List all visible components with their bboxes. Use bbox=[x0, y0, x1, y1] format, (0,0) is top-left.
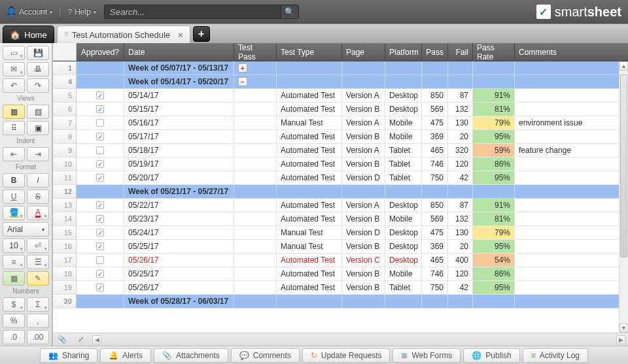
cell-rate[interactable]: 81% bbox=[473, 103, 515, 116]
row-number[interactable]: 12 bbox=[53, 185, 77, 199]
cell-platform[interactable]: Mobile bbox=[385, 130, 422, 144]
cell-platform[interactable]: Desktop bbox=[385, 240, 422, 254]
row-number[interactable]: 13 bbox=[53, 199, 77, 212]
col-testpass[interactable]: Test Pass bbox=[234, 43, 277, 61]
bold-button[interactable]: B bbox=[3, 173, 25, 188]
checkbox-icon[interactable] bbox=[96, 119, 104, 127]
cell-fail[interactable]: 132 bbox=[448, 212, 473, 226]
cell-date[interactable]: 05/25/17 bbox=[124, 267, 234, 281]
scroll-thumb[interactable] bbox=[620, 74, 627, 257]
checkbox-icon[interactable]: ✓ bbox=[96, 160, 104, 168]
table-row[interactable]: 10✓05/19/17Automated TestVersion BTablet… bbox=[53, 157, 628, 171]
sharing-tab[interactable]: 👥Sharing bbox=[40, 348, 97, 363]
cell-date[interactable]: Week of 05/28/17 - 06/03/17 bbox=[124, 295, 234, 308]
cell-rate[interactable]: 59% bbox=[473, 144, 515, 157]
cell-pass[interactable]: 750 bbox=[422, 281, 448, 295]
cell-testtype[interactable]: Automated Test bbox=[277, 144, 342, 157]
cell-testtype[interactable] bbox=[277, 185, 342, 199]
cell-platform[interactable]: Mobile bbox=[385, 212, 422, 226]
cell-approved[interactable]: ✓ bbox=[77, 103, 124, 116]
col-page[interactable]: Page bbox=[342, 43, 385, 61]
cell-platform[interactable] bbox=[385, 61, 422, 75]
cell-platform[interactable]: Desktop bbox=[385, 226, 422, 240]
cell-rate[interactable]: 86% bbox=[473, 267, 515, 281]
cell-approved[interactable] bbox=[77, 185, 124, 199]
card-view-button[interactable]: ⠿ bbox=[3, 121, 25, 135]
table-row[interactable]: 19✓05/26/17Automated TestVersion BTablet… bbox=[53, 281, 628, 295]
cell-testtype[interactable]: Manual Test bbox=[277, 226, 342, 240]
horizontal-scrollbar[interactable]: ◀ ▶ bbox=[92, 335, 625, 344]
cell-testtype[interactable]: Automated Test bbox=[277, 171, 342, 185]
cell-testtype[interactable]: Automated Test bbox=[277, 89, 342, 103]
updates-tab[interactable]: ↻Update Requests bbox=[302, 348, 391, 363]
cell-fail[interactable] bbox=[448, 295, 473, 308]
italic-button[interactable]: I bbox=[27, 173, 49, 188]
cell-testpass[interactable]: + bbox=[234, 61, 277, 75]
cell-platform[interactable]: Desktop bbox=[385, 199, 422, 212]
cell-rate[interactable]: 79% bbox=[473, 226, 515, 240]
strike-button[interactable]: S bbox=[27, 190, 49, 204]
table-row[interactable]: 15✓05/24/17Manual TestVersion DDesktop47… bbox=[53, 226, 628, 240]
cell-page[interactable]: Version D bbox=[342, 171, 385, 185]
cell-fail[interactable]: 42 bbox=[448, 171, 473, 185]
row-number[interactable]: 6 bbox=[53, 103, 77, 116]
undo-button[interactable]: ↶ bbox=[3, 78, 25, 93]
cell-comments[interactable]: feature change bbox=[515, 144, 628, 157]
cell-platform[interactable] bbox=[385, 75, 422, 89]
highlight-button[interactable]: ✎ bbox=[27, 271, 49, 286]
table-row[interactable]: 5✓05/14/17Automated TestVersion ADesktop… bbox=[53, 89, 628, 103]
table-row[interactable]: 18✓05/25/17Automated TestVersion BMobile… bbox=[53, 267, 628, 281]
cell-testpass[interactable] bbox=[234, 89, 277, 103]
row-number[interactable]: 10 bbox=[53, 157, 77, 171]
checkbox-icon[interactable] bbox=[96, 146, 104, 154]
cell-page[interactable] bbox=[342, 295, 385, 308]
thousands-button[interactable]: , bbox=[27, 314, 49, 328]
cell-comments[interactable] bbox=[515, 185, 628, 199]
expand-button[interactable]: ⤢ bbox=[73, 335, 88, 345]
cell-page[interactable]: Version A bbox=[342, 144, 385, 157]
col-comments[interactable]: Comments bbox=[515, 43, 628, 61]
home-tab[interactable]: 🏠 Home bbox=[3, 25, 54, 43]
decimal-dec-button[interactable]: .0 bbox=[3, 330, 25, 344]
cell-approved[interactable]: ✓ bbox=[77, 199, 124, 212]
cell-testtype[interactable] bbox=[277, 61, 342, 75]
close-icon[interactable]: × bbox=[178, 30, 183, 40]
vertical-scrollbar[interactable]: ▲ ▼ bbox=[619, 61, 628, 333]
cell-comments[interactable] bbox=[515, 130, 628, 144]
cell-page[interactable]: Version A bbox=[342, 199, 385, 212]
cell-comments[interactable] bbox=[515, 240, 628, 254]
redo-button[interactable]: ↷ bbox=[27, 78, 49, 93]
cell-approved[interactable]: ✓ bbox=[77, 212, 124, 226]
cell-testpass[interactable] bbox=[234, 240, 277, 254]
cell-pass[interactable] bbox=[422, 75, 448, 89]
cell-page[interactable]: Version B bbox=[342, 212, 385, 226]
row-number[interactable]: 1 bbox=[53, 61, 77, 75]
cell-pass[interactable]: 475 bbox=[422, 116, 448, 130]
table-row[interactable]: 8✓05/17/17Automated TestVersion BMobile3… bbox=[53, 130, 628, 144]
align-h-button[interactable]: ≡▾ bbox=[3, 255, 25, 269]
cell-platform[interactable]: Mobile bbox=[385, 116, 422, 130]
checkbox-icon[interactable]: ✓ bbox=[96, 270, 104, 278]
cell-rate[interactable]: 91% bbox=[473, 199, 515, 212]
cell-approved[interactable]: ✓ bbox=[77, 240, 124, 254]
row-number[interactable]: 7 bbox=[53, 116, 77, 130]
cell-testpass[interactable] bbox=[234, 212, 277, 226]
cell-platform[interactable]: Mobile bbox=[385, 267, 422, 281]
cell-testtype[interactable]: Manual Test bbox=[277, 116, 342, 130]
row-number[interactable]: 8 bbox=[53, 130, 77, 144]
cell-testpass[interactable] bbox=[234, 185, 277, 199]
cell-testtype[interactable]: Automated Test bbox=[277, 254, 342, 267]
align-v-button[interactable]: ☰▾ bbox=[27, 255, 49, 269]
cell-approved[interactable]: ✓ bbox=[77, 281, 124, 295]
cell-rate[interactable]: 79% bbox=[473, 116, 515, 130]
cell-fail[interactable]: 130 bbox=[448, 226, 473, 240]
row-number[interactable]: 4 bbox=[53, 75, 77, 89]
cell-page[interactable]: Version B bbox=[342, 157, 385, 171]
table-row[interactable]: 1705/26/17Automated TestVersion CDesktop… bbox=[53, 254, 628, 267]
cell-approved[interactable] bbox=[77, 75, 124, 89]
outdent-button[interactable]: ⇤ bbox=[3, 147, 25, 161]
expand-icon[interactable]: + bbox=[238, 63, 247, 73]
scroll-up-icon[interactable]: ▲ bbox=[619, 61, 628, 71]
file-open-button[interactable]: ▭▾ bbox=[3, 46, 25, 60]
cell-rate[interactable]: 91% bbox=[473, 89, 515, 103]
